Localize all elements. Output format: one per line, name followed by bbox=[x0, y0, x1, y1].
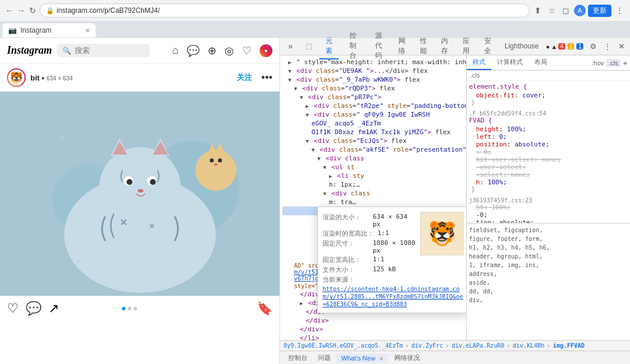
carousel-dots bbox=[122, 307, 137, 310]
html-line-4[interactable]: ▼ <div class="rQDP3"> flex bbox=[282, 84, 464, 93]
devtools-settings-button[interactable]: ⚙ bbox=[587, 40, 600, 53]
svg-marker-20 bbox=[216, 144, 224, 152]
html-line-10[interactable]: ▼ <div class="EcJQs"> flex bbox=[282, 136, 464, 145]
ig-nav: ⌂ 💬 ⊕ ◎ ♡ ● bbox=[172, 44, 272, 57]
save-icon[interactable]: 🔖 bbox=[257, 301, 272, 316]
svg-point-21 bbox=[209, 159, 214, 163]
style-select-none: -select: none; bbox=[469, 171, 628, 178]
preview-fixed-ratio: 固定宽高比： 1:1 bbox=[323, 256, 415, 264]
back-button[interactable]: ← bbox=[5, 6, 14, 15]
refresh-button[interactable]: ↻ bbox=[28, 6, 37, 15]
collapse-icon[interactable]: ▶ bbox=[288, 60, 291, 65]
bottom-tab-network-conditions[interactable]: 网络状况 bbox=[390, 352, 425, 363]
style-kit-user-select: kit-user-select: none; bbox=[469, 156, 628, 163]
closing-li[interactable]: </li> bbox=[282, 334, 464, 340]
cls-button[interactable]: .cls bbox=[606, 59, 621, 67]
address-bar[interactable]: 🔒 instagram.com/p/CaB792ChMJ4/ bbox=[40, 4, 530, 18]
devtools-tab-expand[interactable]: » bbox=[282, 39, 299, 54]
update-button[interactable]: 更新 bbox=[588, 5, 611, 17]
forward-button[interactable]: → bbox=[16, 6, 26, 15]
style-left: left: 0; bbox=[469, 133, 628, 141]
share-icon[interactable]: ↗ bbox=[48, 301, 59, 316]
styles-add-button[interactable]: + bbox=[623, 58, 628, 68]
html-line-7[interactable]: ▼ <div class=" qF0y9 Igw0E IwRSH bbox=[282, 110, 464, 119]
styles-filter-input[interactable] bbox=[470, 72, 626, 79]
image-preview-popup: 🐯 渲染的大小： 634 × 634 px 渲染时的宽高比： 1:1 固定尺寸：… bbox=[317, 206, 467, 313]
j36-style-section: j361937459f.css:23 ht: 100%; -0; tion: a… bbox=[469, 197, 628, 223]
breadcrumb-item-3[interactable]: div.eLAPa.RzuR0 bbox=[452, 342, 504, 349]
closing-div-5[interactable]: </div> bbox=[282, 325, 464, 334]
active-tab[interactable]: 📷 Instagram ✕ bbox=[2, 23, 96, 37]
devtools-close-button[interactable]: ✕ bbox=[615, 40, 628, 53]
html-line-9[interactable]: O1f1K D8xaz fm1AK Txc1k yiMZG"> flex bbox=[282, 128, 464, 136]
breadcrumb-item-5[interactable]: img.FFVAD bbox=[553, 342, 584, 349]
html-line-2[interactable]: ▼ <div class="UE9AK ">...</div> flex bbox=[282, 66, 464, 75]
more-icon[interactable]: ••• bbox=[261, 72, 272, 84]
styles-filter-bar bbox=[467, 71, 630, 80]
extension-button[interactable]: ◻ bbox=[560, 5, 572, 16]
computed-text-3: h1, h2, h3, h4, h5, h6, bbox=[469, 243, 628, 252]
layout-tab[interactable]: 布局 bbox=[528, 55, 553, 70]
profile-button[interactable]: A bbox=[574, 5, 586, 16]
html-line-11[interactable]: ▼ <div class="akfSE" role="presentation"… bbox=[282, 145, 464, 154]
computed-text-7: aside, bbox=[469, 278, 628, 287]
html-line-5[interactable]: ▼ <div class="pR7Pc"> bbox=[282, 93, 464, 102]
html-line-8[interactable]: eGOV_ acqo5 _4EzTm bbox=[282, 119, 464, 128]
bottom-tab-whatsnew[interactable]: What's New ✕ bbox=[337, 354, 388, 363]
svg-point-18 bbox=[203, 149, 229, 174]
tab-label: Instagram bbox=[20, 26, 51, 34]
html-line-6[interactable]: ▶ <div class="tR2pe" style="padding-bott… bbox=[282, 102, 464, 110]
html-line-12[interactable]: ▼ <div class bbox=[282, 154, 464, 163]
home-icon[interactable]: ⌂ bbox=[172, 44, 178, 57]
breadcrumb-item-2[interactable]: div.ZyFrc bbox=[411, 342, 443, 349]
styles-panel: 样式 计算样式 布局 :hov .cls + bbox=[467, 55, 630, 340]
preview-source-url[interactable]: https://scontent-hkg4-1.cdninstagram.com… bbox=[323, 285, 464, 308]
like-icon[interactable]: ♡ bbox=[7, 301, 19, 316]
messenger-icon[interactable]: 💬 bbox=[187, 44, 200, 57]
devtools-tab-lighthouse[interactable]: Lighthouse bbox=[499, 40, 545, 54]
html-line-15[interactable]: h: 1px;… bbox=[282, 180, 464, 189]
collapse-icon-2[interactable]: ▼ bbox=[288, 68, 291, 74]
computed-tab[interactable]: 计算样式 bbox=[491, 55, 528, 70]
heart-icon[interactable]: ♡ bbox=[242, 44, 251, 57]
avatar-inner: 🐯 bbox=[8, 69, 24, 86]
search-icon: 🔍 bbox=[62, 47, 71, 55]
tab-close-button[interactable]: ✕ bbox=[85, 27, 90, 34]
bottom-tab-console[interactable]: 控制台 bbox=[284, 352, 312, 363]
preview-fixed-size: 固定尺寸： 1080 × 1080 px bbox=[323, 239, 415, 254]
html-line-3[interactable]: ▼ <div class="_9_7aPb wKWK0"> flex bbox=[282, 75, 464, 84]
explore-icon[interactable]: ◎ bbox=[225, 44, 234, 57]
html-line-17[interactable]: m: tra… bbox=[282, 198, 464, 206]
svg-point-10 bbox=[127, 179, 132, 185]
dot-3 bbox=[134, 307, 137, 310]
devtools-tab-inspect[interactable]: ⬚ bbox=[300, 40, 318, 54]
closing-div-4[interactable]: </div> bbox=[282, 316, 464, 325]
add-icon[interactable]: ⊕ bbox=[208, 44, 216, 57]
ig-search-bar[interactable]: 🔍 bbox=[57, 44, 150, 57]
devtools-more-button[interactable]: ⋮ bbox=[601, 40, 614, 53]
style-ht: ht: 100%; bbox=[469, 204, 628, 211]
html-line-16[interactable]: ▼ <div class bbox=[282, 189, 464, 198]
browser-toolbar: ← → ↻ 🔒 instagram.com/p/CaB792ChMJ4/ ⬆ ☆… bbox=[0, 0, 630, 21]
follow-button[interactable]: 关注 bbox=[237, 72, 252, 83]
share-button[interactable]: ⬆ bbox=[532, 5, 544, 16]
menu-button[interactable]: ⋮ bbox=[614, 5, 625, 16]
profile-avatar-icon[interactable]: ● bbox=[260, 44, 272, 57]
styles-tab[interactable]: 样式 bbox=[467, 55, 491, 70]
whatsnew-close-icon[interactable]: ✕ bbox=[379, 356, 384, 362]
collapse-icon-3[interactable]: ▼ bbox=[288, 77, 291, 83]
instagram-logo: Instagram bbox=[7, 44, 52, 57]
bookmark-button[interactable]: ☆ bbox=[546, 5, 558, 16]
tiger-illustration: ✕ ✕ ✦ ✦ ✦ bbox=[29, 94, 251, 293]
comment-icon[interactable]: 💬 bbox=[26, 301, 41, 316]
search-input[interactable] bbox=[75, 46, 133, 55]
breadcrumb-item-1[interactable]: 0y9.Igw0E.IwRSH.eGOV_.acqo5._4EzTm bbox=[284, 342, 403, 349]
html-line-1[interactable]: ▶ " style="max-height: inherit; max-widt… bbox=[282, 58, 464, 66]
html-line-13[interactable]: ▼ <ul st bbox=[282, 163, 464, 172]
hov-button[interactable]: :hov bbox=[592, 60, 604, 66]
breadcrumb-item-4[interactable]: div.KL4Bh bbox=[513, 342, 544, 349]
devtools-tab-bar: » ⬚ 元素 控制台 源代码 网络 性能 内存 应用 安全 Lighthouse… bbox=[280, 38, 630, 55]
html-line-14[interactable]: ▶ <li sty bbox=[282, 172, 464, 180]
computed-text-2: figure, footer, form, bbox=[469, 235, 628, 243]
bottom-tab-issues[interactable]: 问题 bbox=[313, 352, 335, 363]
